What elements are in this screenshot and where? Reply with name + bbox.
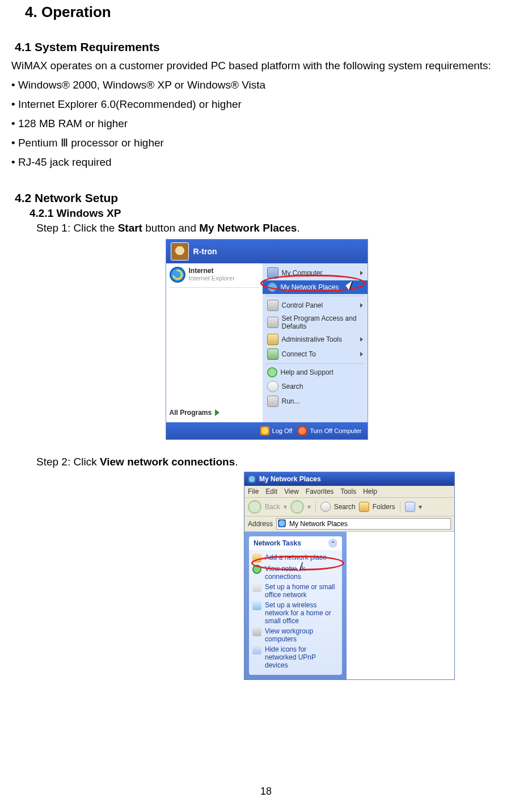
step-2: Step 2: Click View network connections. [36,456,521,468]
arrow-right-icon [215,409,219,416]
menu-item-control-panel[interactable]: Control Panel [263,298,368,313]
menu-edit[interactable]: Edit [265,488,277,496]
menu-item-set-program-access[interactable]: Set Program Access and Defaults [263,313,368,332]
all-programs-label: All Programs [170,409,212,417]
search-icon [320,502,331,512]
pinned-title: Internet [189,267,259,275]
address-icon [278,519,286,527]
folder-icon [359,502,369,512]
task-panel: Network Tasks ⌃ Add a network place View… [244,532,347,679]
menu-item-connect-to[interactable]: Connect To [263,347,368,362]
step-1: Step 1: Click the Start button and My Ne… [36,222,521,234]
home-network-icon [252,583,261,592]
connect-to-icon [267,348,278,360]
sysreq-intro: WiMAX operates on a customer provided PC… [11,56,521,75]
wireless-icon [252,601,261,610]
menu-item-run[interactable]: Run... [263,394,368,409]
heading-winxp: 4.2.1 Windows XP [29,207,521,220]
task-view-workgroup[interactable]: View workgroup computers [251,626,340,644]
toolbar-folders-button[interactable]: Folders [373,503,395,511]
menu-label: My Network Places [281,283,339,291]
task-setup-wireless[interactable]: Set up a wireless network for a home or … [251,600,340,626]
back-label: Back [265,503,280,511]
user-avatar-icon [171,242,189,261]
menu-item-my-computer[interactable]: My Computer [263,266,368,280]
separator [315,501,316,513]
start-menu-right-pane: My Computer My Network Places Control Pa… [263,263,368,422]
menu-item-help[interactable]: Help and Support [263,366,368,379]
back-button[interactable] [248,500,261,514]
menu-bar: File Edit View Favorites Tools Help [244,486,454,498]
turnoff-label: Turn Off Computer [310,427,361,434]
views-icon [405,502,415,512]
menu-item-search[interactable]: Search [263,379,368,394]
menu-label: Connect To [282,350,316,358]
text: . [235,456,238,468]
menu-tools[interactable]: Tools [340,488,356,496]
separator [400,501,400,513]
submenu-arrow-icon [360,352,363,356]
turnoff-button[interactable]: Turn Off Computer [298,426,361,435]
dropdown-arrow-icon[interactable]: ▾ [284,503,287,511]
logoff-label: Log Off [272,427,293,434]
menu-label: Search [282,383,303,390]
workgroup-icon [252,627,261,636]
logoff-icon [260,426,269,435]
heading-sysreq: 4.1 System Requirements [15,40,521,54]
run-icon [267,396,278,407]
bullet: • Internet Explorer 6.0(Recommended) or … [11,95,521,114]
separator [266,296,364,296]
text: button and [142,222,199,234]
text: Step 2: Click [36,456,100,468]
menu-label: Control Panel [282,301,323,309]
task-setup-home-network[interactable]: Set up a home or small office network [251,582,340,600]
address-input[interactable] [276,518,451,530]
menu-help[interactable]: Help [363,488,377,496]
window-titlebar[interactable]: My Network Places [244,472,454,486]
control-panel-icon [267,300,278,311]
bullet: • RJ-45 jack required [11,153,521,172]
menu-label: My Computer [282,269,323,277]
admin-tools-icon [267,334,278,345]
all-programs-button[interactable]: All Programs [170,406,259,419]
forward-button[interactable] [290,500,304,514]
separator [266,363,364,364]
toolbar-search-button[interactable]: Search [334,503,356,511]
task-group-header[interactable]: Network Tasks ⌃ [249,536,342,550]
text-bold: Start [118,222,142,234]
task-view-network-connections[interactable]: View network connections [251,564,340,582]
task-label: View workgroup computers [265,627,339,643]
internet-explorer-icon [170,267,185,283]
help-icon [267,367,277,377]
menu-label: Administrative Tools [282,335,343,343]
dropdown-arrow-icon[interactable]: ▾ [419,503,422,511]
logoff-button[interactable]: Log Off [260,426,293,435]
pinned-internet[interactable]: Internet Internet Explorer [170,267,259,283]
connections-icon [252,565,261,574]
computer-icon [267,267,278,279]
separator [170,287,259,288]
menu-label: Set Program Access and Defaults [282,314,363,330]
text: . [297,222,299,234]
menu-file[interactable]: File [248,488,259,496]
task-add-network-place[interactable]: Add a network place [251,552,340,564]
content-area [347,532,454,679]
address-bar: Address [244,517,454,532]
menu-favorites[interactable]: Favorites [306,488,333,496]
collapse-icon[interactable]: ⌃ [328,539,337,548]
text-bold: My Network Places [199,222,297,234]
task-label: View network connections [265,565,339,581]
menu-item-my-network-places[interactable]: My Network Places [263,280,368,294]
program-access-icon [267,317,278,328]
bullet: • 128 MB RAM or higher [11,114,521,133]
menu-item-admin-tools[interactable]: Administrative Tools [263,332,368,347]
menu-label: Run... [282,397,300,405]
start-menu-header: R-tron [166,240,368,263]
window-icon [248,475,256,483]
heading-operation: 4. Operation [25,3,521,21]
heading-netsetup: 4.2 Network Setup [15,191,521,205]
upnp-icon [252,645,261,654]
task-hide-upnp[interactable]: Hide icons for networked UPnP devices [251,644,340,670]
menu-view[interactable]: View [284,488,299,496]
dropdown-arrow-icon[interactable]: ▾ [307,503,311,511]
